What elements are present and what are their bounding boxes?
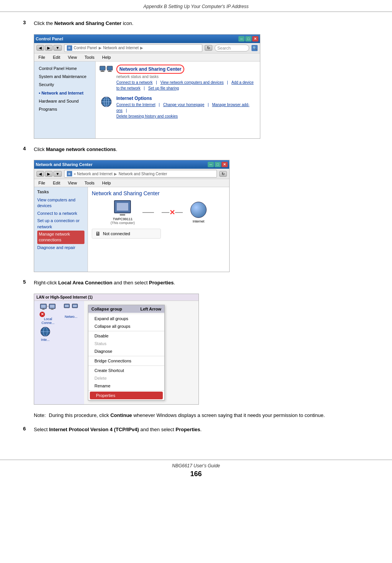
path-icon-2: ⊞ (67, 171, 72, 176)
maximize-button-1[interactable]: □ (245, 36, 251, 42)
address-bar-2: ◀ ▶ ▼ ⊞ « Network and Internet ▶ Network… (34, 169, 229, 179)
sidebar-programs[interactable]: Programs (37, 105, 92, 113)
win-controls-2[interactable]: ─ □ ✕ (208, 162, 228, 167)
refresh-button-1[interactable]: ↻ (205, 45, 212, 51)
address-path-2[interactable]: ⊞ « Network and Internet ▶ Network and S… (64, 170, 217, 178)
menu-help-1[interactable]: Help (101, 54, 112, 60)
cp-item-network-sharing-text: Network and Sharing Center network statu… (116, 65, 256, 91)
ctx-collapse-all[interactable]: Collapse all groups (88, 322, 164, 330)
nsc-sidebar: Tasks View computers and devices Connect… (34, 187, 88, 272)
ctx-sep-5 (88, 390, 164, 391)
ctx-bridge[interactable]: Bridge Connections (88, 357, 164, 365)
minimize-button-1[interactable]: ─ (238, 36, 245, 42)
sidebar-system-maintenance[interactable]: System and Maintenance (37, 73, 92, 81)
close-button-2[interactable]: ✕ (222, 162, 228, 167)
menu-edit-1[interactable]: Edit (52, 54, 61, 60)
ctx-expand-all[interactable]: Expand all groups (88, 315, 164, 322)
link-connect-network[interactable]: Connect to a network (116, 80, 153, 85)
monitor-stand (120, 214, 125, 216)
ctx-body: ✕ LocalConne... (34, 301, 198, 404)
ctx-delete: Delete (88, 374, 164, 382)
nsc-main: Network and Sharing Center TWPC99111 (Th… (88, 187, 229, 272)
link-delete-history[interactable]: Delete browsing history and cookies (116, 114, 178, 118)
ctx-rename[interactable]: Rename (88, 382, 164, 390)
local-conn-label: LocalConne... (41, 317, 55, 325)
menu-file-2[interactable]: File (37, 180, 46, 186)
step-6-middle: and then select (140, 427, 175, 432)
address-path-1[interactable]: ⊞ Control Panel ▶ Network and Internet ▶ (64, 44, 202, 52)
back-button-2[interactable]: ◀ (36, 171, 44, 177)
menu-bar-2: File Edit View Tools Help (34, 179, 229, 187)
internet-options-title[interactable]: Internet Options (116, 95, 256, 102)
collapse-group-key: Left Arrow (140, 307, 161, 311)
menu-view-2[interactable]: View (67, 180, 78, 186)
nsc-body: Tasks View computers and devices Connect… (34, 187, 229, 272)
win-controls-1[interactable]: ─ □ ✕ (238, 36, 258, 42)
sidebar-network-internet[interactable]: Network and Internet (37, 89, 92, 97)
menu-edit-2[interactable]: Edit (52, 180, 61, 186)
local-connection-item[interactable]: ✕ LocalConne... (36, 303, 60, 325)
nav-buttons-1[interactable]: ◀ ▶ ▼ (36, 45, 62, 51)
step-6-bold1: Internet Protocol Version 4 (TCP/IPv4) (49, 427, 139, 432)
nsc-manage-connections[interactable]: Manage network connections (37, 231, 84, 244)
dropdown-button-1[interactable]: ▼ (53, 45, 62, 51)
ctx-create-shortcut[interactable]: Create Shortcut (88, 367, 164, 374)
step-5-bold1: Local Area Connection (58, 280, 112, 286)
internet-conn-label: Inte... (41, 338, 50, 342)
note-bold: Continue (110, 412, 132, 418)
ctx-properties[interactable]: Properties (90, 392, 163, 399)
menu-help-2[interactable]: Help (101, 180, 112, 186)
link-view-computers[interactable]: View network computers and devices (160, 80, 224, 85)
nsc-diagnose[interactable]: Diagnose and repair (37, 244, 84, 251)
screenshot-2: Network and Sharing Center ─ □ ✕ ◀ ▶ ▼ ⊞… (34, 160, 230, 272)
search-box-1[interactable]: Search (215, 45, 249, 51)
nsc-sidebar-title: Tasks (37, 189, 84, 194)
sidebar-security[interactable]: Security (37, 81, 92, 89)
nsc-setup-connection[interactable]: Set up a connection or network (37, 217, 84, 231)
nsc-connect-network[interactable]: Connect to a network (37, 210, 84, 217)
computer-icon (114, 200, 131, 213)
internet-options-links: Connect to the Internet | Change your ho… (116, 102, 256, 119)
minimize-button-2[interactable]: ─ (208, 162, 214, 167)
sidebar-hardware-sound[interactable]: Hardware and Sound (37, 97, 92, 105)
ss3-header-label: LAN or High-Speed Internet (1) (34, 294, 198, 301)
network-sharing-links: Connect to a network | View network comp… (116, 80, 256, 91)
back-button-1[interactable]: ◀ (36, 45, 44, 51)
network-sharing-icon (99, 65, 113, 78)
internet-conn-icon (38, 326, 52, 338)
maximize-button-2[interactable]: □ (215, 162, 221, 167)
menu-tools-2[interactable]: Tools (83, 180, 96, 186)
internet-icon-svg (99, 96, 113, 108)
nav-buttons-2[interactable]: ◀ ▶ ▼ (36, 171, 62, 177)
x-mark-icon: ✕ (169, 209, 175, 216)
internet-label: Internet (190, 219, 207, 223)
ctx-diagnose[interactable]: Diagnose (88, 347, 164, 355)
svg-rect-25 (73, 305, 77, 307)
forward-button-1[interactable]: ▶ (45, 45, 53, 51)
ctx-disable[interactable]: Disable (88, 332, 164, 340)
menu-file-1[interactable]: File (37, 54, 46, 60)
link-connect-internet[interactable]: Connect to the Internet (116, 103, 155, 107)
svg-rect-15 (43, 309, 44, 309)
menu-view-1[interactable]: View (67, 54, 78, 60)
sidebar-control-panel-home[interactable]: Control Panel Home (37, 65, 92, 73)
header-title: Appendix B Setting Up Your Computer's IP… (144, 4, 249, 9)
refresh-button-2[interactable]: ↻ (219, 171, 227, 177)
link-change-homepage[interactable]: Change your homepage (163, 103, 204, 107)
ctx-status: Status (88, 340, 164, 347)
menu-tools-1[interactable]: Tools (83, 54, 96, 60)
ctx-menu-collapse-group[interactable]: Collapse group Left Arrow (88, 305, 164, 313)
path-segment-1: Network and Internet (103, 46, 139, 50)
computer-label: TWPC99111 (111, 217, 135, 221)
forward-button-2[interactable]: ▶ (45, 171, 53, 177)
network-connection-item[interactable]: Netwo... (61, 303, 81, 319)
close-button-1[interactable]: ✕ (252, 36, 258, 42)
dropdown-button-2[interactable]: ▼ (53, 171, 62, 177)
link-setup-sharing[interactable]: Set up file sharing (148, 86, 179, 90)
internet-connection-item[interactable]: Inte... (36, 326, 54, 342)
nsc-view-computers[interactable]: View computers and devices (37, 196, 84, 210)
search-icon-1[interactable]: 🔍 (251, 45, 258, 51)
link-sep-1: | (156, 80, 158, 85)
network-sharing-title[interactable]: Network and Sharing Center (119, 66, 181, 72)
svg-rect-1 (101, 70, 104, 71)
